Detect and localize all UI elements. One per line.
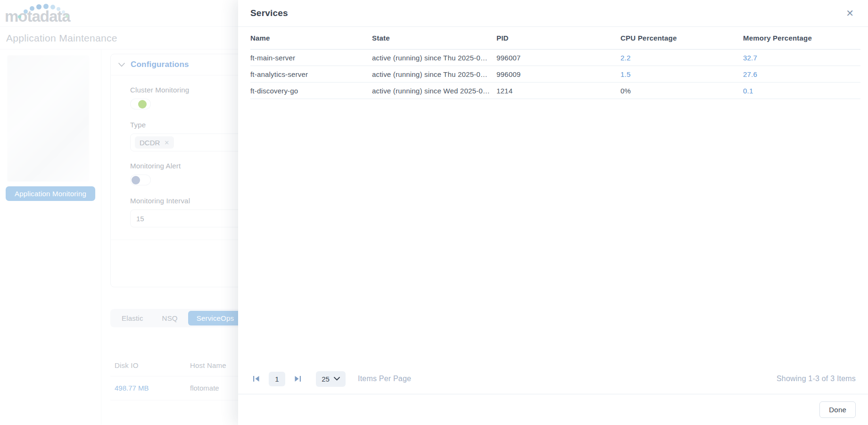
service-state: active (running) since Wed 2025-0…: [372, 87, 496, 95]
current-page-indicator[interactable]: 1: [269, 372, 285, 386]
service-memory-link[interactable]: 27.6: [743, 70, 860, 78]
done-button[interactable]: Done: [819, 401, 856, 418]
modal-footer: Done: [238, 394, 868, 425]
service-pid: 996009: [496, 70, 620, 78]
service-state: active (running) since Thu 2025-0…: [372, 70, 496, 78]
chevron-down-icon: [334, 377, 340, 381]
service-pid: 996007: [496, 54, 620, 62]
service-memory-link[interactable]: 32.7: [743, 54, 860, 62]
col-state-header: State: [372, 34, 496, 42]
service-pid: 1214: [496, 87, 620, 95]
service-name: ft-discovery-go: [250, 87, 372, 95]
col-name-header: Name: [250, 34, 372, 42]
col-cpu-header: CPU Percentage: [620, 34, 743, 42]
items-per-page-label: Items Per Page: [358, 375, 411, 383]
service-state: active (running) since Thu 2025-0…: [372, 54, 496, 62]
table-row: ft-discovery-go active (running) since W…: [250, 83, 860, 99]
services-table-header: Name State PID CPU Percentage Memory Per…: [250, 27, 860, 50]
service-cpu: 0%: [620, 87, 743, 95]
pagination-bar: 1 25 Items Per Page Showing 1-3 of 3 Ite…: [238, 364, 868, 394]
service-cpu-link[interactable]: 2.2: [620, 54, 743, 62]
first-page-icon[interactable]: [250, 375, 262, 383]
service-memory-link[interactable]: 0.1: [743, 87, 860, 95]
services-table: Name State PID CPU Percentage Memory Per…: [238, 27, 868, 99]
last-page-icon[interactable]: [292, 375, 304, 383]
page-size-value: 25: [322, 375, 330, 383]
modal-header: Services ✕: [238, 0, 868, 27]
screen: motadata Application Maintenance Applica…: [0, 0, 868, 425]
table-row: ft-main-server active (running) since Th…: [250, 50, 860, 66]
showing-items-label: Showing 1-3 of 3 Items: [777, 375, 856, 383]
table-row: ft-analytics-server active (running) sin…: [250, 66, 860, 83]
page-size-select[interactable]: 25: [316, 371, 346, 387]
col-memory-header: Memory Percentage: [743, 34, 860, 42]
col-pid-header: PID: [496, 34, 620, 42]
close-icon[interactable]: ✕: [844, 7, 856, 20]
service-name: ft-analytics-server: [250, 70, 372, 78]
services-modal: Services ✕ Name State PID CPU Percentage…: [238, 0, 868, 425]
service-name: ft-main-server: [250, 54, 372, 62]
modal-title: Services: [250, 8, 288, 18]
service-cpu-link[interactable]: 1.5: [620, 70, 743, 78]
